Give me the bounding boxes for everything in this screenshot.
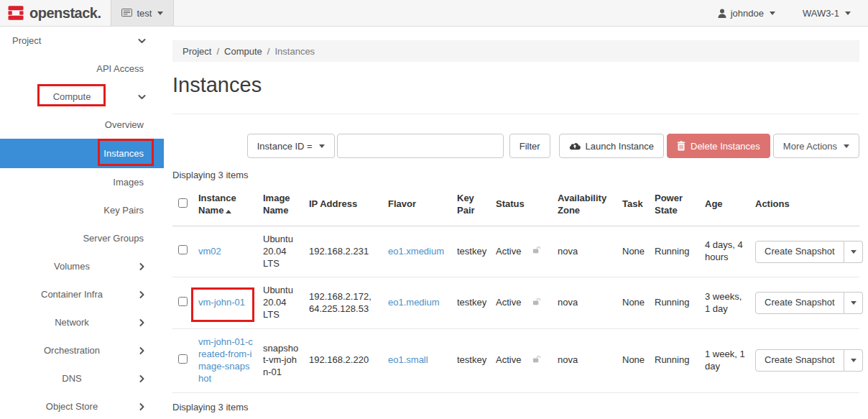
chevron-down-icon xyxy=(770,11,775,15)
chevron-down-icon xyxy=(851,359,857,362)
sidebar-item-images[interactable]: Images xyxy=(0,168,164,196)
header-age[interactable]: Age xyxy=(701,184,751,226)
ip-address-cell: 192.168.2.231 xyxy=(305,226,384,277)
create-snapshot-button[interactable]: Create Snapshot xyxy=(755,241,844,263)
sidebar-item-orchestration[interactable]: Orchestration xyxy=(0,336,164,364)
sidebar-item-overview[interactable]: Overview xyxy=(0,111,164,139)
brand-text: openstack. xyxy=(29,5,101,22)
filter-field-dropdown[interactable]: Instance ID = xyxy=(247,134,335,158)
chevron-down-icon xyxy=(844,144,849,148)
cloud-upload-icon xyxy=(569,142,581,150)
chevron-down-icon xyxy=(851,250,857,254)
breadcrumb-separator: / xyxy=(267,46,270,57)
sort-ascending-icon xyxy=(226,210,231,213)
age-cell: 1 week, 1 day xyxy=(701,329,751,393)
sidebar-instances-label: Instances xyxy=(103,148,144,159)
delete-instances-button[interactable]: Delete Instances xyxy=(667,134,770,158)
create-snapshot-button[interactable]: Create Snapshot xyxy=(755,349,844,372)
chevron-down-icon xyxy=(319,144,325,148)
filter-input[interactable] xyxy=(337,134,504,158)
row-actions-dropdown[interactable] xyxy=(844,349,863,372)
project-switcher[interactable]: test xyxy=(111,0,174,26)
table-toolbar: Instance ID = Filter Launch Instance xyxy=(172,134,859,158)
project-switcher-label: test xyxy=(137,8,152,19)
table-row: vm-john-01-created-from-image-snapshot s… xyxy=(172,329,859,393)
sidebar-images-label: Images xyxy=(113,177,144,188)
sidebar-item-volumes[interactable]: Volumes xyxy=(0,252,164,280)
instance-link[interactable]: vm02 xyxy=(198,246,221,257)
flavor-link[interactable]: eo1.small xyxy=(388,354,428,365)
unlocked-padlock-icon xyxy=(532,245,541,254)
openstack-logo-icon xyxy=(7,4,24,22)
header-availability-zone[interactable]: Availability Zone xyxy=(553,184,618,226)
flavor-link[interactable]: eo1.xmedium xyxy=(388,246,444,257)
chevron-right-icon xyxy=(137,290,147,299)
filter-field-label: Instance ID = xyxy=(257,141,313,152)
launch-instance-button[interactable]: Launch Instance xyxy=(559,134,664,158)
header-status[interactable]: Status xyxy=(491,184,527,226)
select-all-checkbox[interactable] xyxy=(178,198,188,208)
flavor-link[interactable]: eo1.medium xyxy=(388,297,440,308)
sidebar-item-project[interactable]: Project xyxy=(0,27,164,55)
breadcrumb-current: Instances xyxy=(274,46,315,57)
sidebar-item-api-access[interactable]: API Access xyxy=(0,55,164,83)
row-checkbox[interactable] xyxy=(178,354,188,364)
sidebar-item-container-infra[interactable]: Container Infra xyxy=(0,280,164,308)
breadcrumb-project[interactable]: Project xyxy=(183,46,211,57)
sidebar-compute-label: Compute xyxy=(0,91,144,102)
instance-link[interactable]: vm-john-01-created-from-image-snapshot xyxy=(198,336,253,384)
chevron-right-icon xyxy=(137,262,147,271)
toolbar-cluster: Instance ID = Filter Launch Instance xyxy=(247,134,859,158)
sidebar-item-compute[interactable]: Compute xyxy=(0,83,164,111)
sidebar-dns-label: DNS xyxy=(0,373,144,384)
items-count-bottom: Displaying 3 items xyxy=(172,402,859,413)
header-flavor[interactable]: Flavor xyxy=(384,184,453,226)
availability-zone-cell: nova xyxy=(553,226,618,277)
instance-link[interactable]: vm-john-01 xyxy=(198,297,245,308)
sidebar-overview-label: Overview xyxy=(105,119,144,130)
header-ip-address[interactable]: IP Address xyxy=(305,184,384,226)
sidebar-item-key-pairs[interactable]: Key Pairs xyxy=(0,196,164,224)
header-lock xyxy=(527,184,553,226)
task-cell: None xyxy=(618,226,650,277)
sidebar-container-infra-label: Container Infra xyxy=(0,289,144,300)
sidebar-item-instances[interactable]: Instances xyxy=(0,139,164,168)
main-content: Project / Compute / Instances Instances … xyxy=(164,27,868,419)
items-count-top: Displaying 3 items xyxy=(172,170,859,180)
header-key-pair[interactable]: Key Pair xyxy=(453,184,491,226)
row-actions-dropdown[interactable] xyxy=(844,241,863,263)
status-cell: Active xyxy=(491,329,527,393)
header-power-state[interactable]: Power State xyxy=(650,184,701,226)
header-image-name[interactable]: Image Name xyxy=(259,184,305,226)
sidebar-item-network[interactable]: Network xyxy=(0,308,164,336)
row-checkbox[interactable] xyxy=(178,297,188,306)
key-pair-cell: testkey xyxy=(453,329,491,393)
row-checkbox[interactable] xyxy=(178,245,188,254)
title-divider xyxy=(172,114,859,114)
sidebar-item-object-store[interactable]: Object Store xyxy=(0,392,164,419)
sidebar-volumes-label: Volumes xyxy=(0,261,144,272)
sidebar-item-server-groups[interactable]: Server Groups xyxy=(0,224,164,252)
image-name-cell: snapshot-vm-john-01 xyxy=(259,329,305,393)
header-task[interactable]: Task xyxy=(618,184,650,226)
filter-button[interactable]: Filter xyxy=(509,134,550,158)
row-actions-dropdown[interactable] xyxy=(844,292,863,314)
ip-address-cell: 192.168.2.220 xyxy=(305,329,384,393)
user-menu[interactable]: johndoe xyxy=(718,8,775,19)
sidebar-navigation: Project API Access Compute Overview Inst… xyxy=(0,27,164,419)
create-snapshot-button[interactable]: Create Snapshot xyxy=(755,292,844,314)
key-pair-cell: testkey xyxy=(453,277,491,329)
more-actions-dropdown[interactable]: More Actions xyxy=(773,134,859,158)
power-state-cell: Running xyxy=(650,329,701,393)
chevron-down-icon xyxy=(851,301,857,305)
sidebar-item-dns[interactable]: DNS xyxy=(0,364,164,392)
openstack-brand[interactable]: openstack. xyxy=(0,0,111,26)
chevron-right-icon xyxy=(137,346,147,355)
sidebar-api-access-label: API Access xyxy=(96,63,144,74)
table-row: vm-john-01 Ubuntu 20.04 LTS 192.168.2.17… xyxy=(172,277,859,329)
chevron-right-icon xyxy=(137,318,147,327)
more-actions-label: More Actions xyxy=(783,141,837,152)
header-instance-name[interactable]: Instance Name xyxy=(194,184,259,226)
region-menu[interactable]: WAW3-1 xyxy=(803,8,851,19)
breadcrumb-compute[interactable]: Compute xyxy=(224,46,262,57)
